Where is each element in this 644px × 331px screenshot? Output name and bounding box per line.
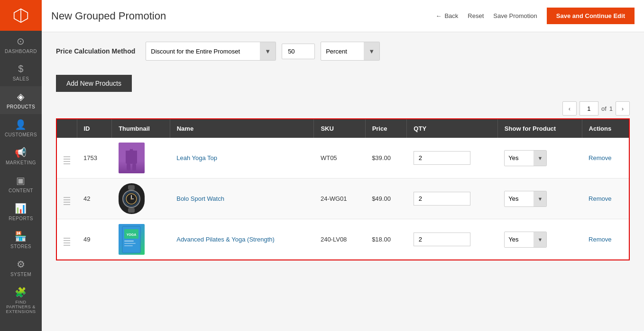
- sidebar-item-label: STORES: [10, 244, 31, 249]
- sidebar-item-stores[interactable]: 🏪 STORES: [0, 226, 42, 254]
- show-select-arrow[interactable]: ▼: [534, 191, 546, 206]
- drag-cell[interactable]: [57, 219, 77, 260]
- show-cell[interactable]: Yes No ▼: [497, 219, 582, 260]
- col-id: ID: [77, 119, 112, 138]
- method-select-wrapper[interactable]: Discount for the Entire PromosetFixed Pr…: [146, 42, 276, 61]
- show-select-wrapper[interactable]: Yes No ▼: [504, 191, 547, 207]
- products-icon: ◈: [17, 91, 25, 102]
- reset-button[interactable]: Reset: [468, 12, 484, 19]
- id-cell: 42: [77, 179, 112, 219]
- show-cell[interactable]: Yes No ▼: [497, 138, 582, 179]
- product-name-link[interactable]: Leah Yoga Top: [176, 154, 217, 161]
- show-select[interactable]: Yes No: [505, 233, 534, 246]
- sidebar-item-products[interactable]: ◈ PRODUCTS: [0, 86, 42, 114]
- name-cell[interactable]: Bolo Sport Watch: [170, 179, 314, 219]
- svg-rect-9: [128, 185, 135, 190]
- sidebar-item-label: SALES: [13, 76, 29, 81]
- svg-text:YOGA: YOGA: [127, 233, 137, 236]
- price-calc-label: Price Calculation Method: [56, 47, 135, 55]
- qty-cell[interactable]: [407, 179, 498, 219]
- col-price: Price: [365, 119, 407, 138]
- svg-rect-22: [124, 243, 136, 244]
- method-select-arrow[interactable]: ▼: [260, 42, 276, 60]
- unit-select[interactable]: PercentFixed Amount: [321, 44, 364, 59]
- svg-rect-5: [133, 148, 138, 151]
- thumbnail-cell: [112, 138, 170, 179]
- thumbnail-cell: [112, 179, 170, 219]
- actions-cell[interactable]: Remove: [582, 179, 629, 219]
- sidebar: ⊙ DASHBOARD $ SALES ◈ PRODUCTS 👤 CUSTOME…: [0, 0, 42, 331]
- sidebar-item-customers[interactable]: 👤 CUSTOMERS: [0, 114, 42, 142]
- stores-icon: 🏪: [15, 231, 27, 242]
- qty-input[interactable]: [414, 151, 470, 165]
- qty-cell[interactable]: [407, 138, 498, 179]
- show-select[interactable]: Yes No: [505, 152, 534, 164]
- dashboard-icon: ⊙: [17, 36, 25, 47]
- drag-handle[interactable]: [64, 156, 70, 164]
- svg-rect-8: [132, 164, 136, 170]
- reports-icon: 📊: [15, 203, 27, 214]
- page-title: New Grouped Promotion: [51, 10, 435, 22]
- save-continue-button[interactable]: Save and Continue Edit: [547, 8, 635, 24]
- sidebar-item-partners[interactable]: 🧩 FIND PARTNERS & EXTENSIONS: [0, 282, 42, 319]
- name-cell[interactable]: Leah Yoga Top: [170, 138, 314, 179]
- drag-cell[interactable]: [57, 138, 77, 179]
- sidebar-logo[interactable]: [0, 0, 42, 31]
- show-select-wrapper[interactable]: Yes No ▼: [504, 232, 547, 248]
- table-row: 1753 Leah Yoga Top WT05 $39.00 Yes: [57, 138, 629, 179]
- next-page-button[interactable]: ›: [616, 101, 630, 116]
- product-name-link[interactable]: Bolo Sport Watch: [176, 195, 224, 202]
- unit-select-arrow[interactable]: ▼: [364, 42, 379, 60]
- current-page-input[interactable]: [580, 101, 598, 116]
- drag-cell[interactable]: [57, 179, 77, 219]
- back-button[interactable]: ← Back: [435, 12, 458, 19]
- name-cell[interactable]: Advanced Pilates & Yoga (Strength): [170, 219, 314, 260]
- method-select[interactable]: Discount for the Entire PromosetFixed Pr…: [146, 44, 260, 59]
- sidebar-item-label: DASHBOARD: [5, 49, 37, 54]
- show-cell[interactable]: Yes No ▼: [497, 179, 582, 219]
- show-select-wrapper[interactable]: Yes No ▼: [504, 150, 547, 166]
- price-cell: $18.00: [365, 219, 407, 260]
- sidebar-item-label: REPORTS: [9, 216, 33, 221]
- unit-select-wrapper[interactable]: PercentFixed Amount ▼: [321, 42, 380, 61]
- content-area: Price Calculation Method Discount for th…: [42, 32, 644, 331]
- actions-cell[interactable]: Remove: [582, 138, 629, 179]
- show-select-arrow[interactable]: ▼: [534, 151, 546, 166]
- sidebar-item-dashboard[interactable]: ⊙ DASHBOARD: [0, 31, 42, 59]
- price-cell: $39.00: [365, 138, 407, 179]
- discount-value-input[interactable]: [282, 44, 315, 59]
- actions-cell[interactable]: Remove: [582, 219, 629, 260]
- remove-link[interactable]: Remove: [589, 236, 611, 243]
- qty-input[interactable]: [414, 192, 470, 206]
- sku-cell: 240-LV08: [314, 219, 365, 260]
- product-name-link[interactable]: Advanced Pilates & Yoga (Strength): [176, 236, 275, 243]
- drag-handle[interactable]: [64, 197, 70, 205]
- table-header-row: ID Thumbnail Name SKU Price QTY Show for…: [57, 119, 629, 138]
- sidebar-item-label: SYSTEM: [10, 272, 31, 277]
- sidebar-item-sales[interactable]: $ SALES: [0, 59, 42, 86]
- sidebar-item-reports[interactable]: 📊 REPORTS: [0, 198, 42, 226]
- sidebar-item-label: CONTENT: [9, 188, 33, 193]
- show-select-arrow[interactable]: ▼: [534, 232, 546, 247]
- sku-cell: 24-WG01: [314, 179, 365, 219]
- qty-input[interactable]: [414, 233, 470, 246]
- sidebar-item-label: FIND PARTNERS & EXTENSIONS: [2, 300, 39, 314]
- save-promotion-button[interactable]: Save Promotion: [493, 12, 537, 19]
- show-select[interactable]: Yes No: [505, 192, 534, 205]
- qty-cell[interactable]: [407, 219, 498, 260]
- sidebar-item-content[interactable]: ▣ CONTENT: [0, 170, 42, 198]
- col-name: Name: [170, 119, 314, 138]
- remove-link[interactable]: Remove: [589, 195, 611, 202]
- sidebar-item-label: CUSTOMERS: [5, 132, 37, 137]
- page-header: New Grouped Promotion ← Back Reset Save …: [42, 0, 644, 32]
- svg-rect-7: [127, 164, 130, 170]
- content-icon: ▣: [16, 175, 26, 186]
- remove-link[interactable]: Remove: [589, 154, 611, 161]
- id-cell: 1753: [77, 138, 112, 179]
- sidebar-item-marketing[interactable]: 📢 MARKETING: [0, 142, 42, 170]
- add-new-products-button[interactable]: Add New Products: [56, 75, 132, 92]
- prev-page-button[interactable]: ‹: [562, 101, 577, 116]
- system-icon: ⚙: [17, 259, 26, 270]
- sidebar-item-system[interactable]: ⚙ SYSTEM: [0, 254, 42, 282]
- drag-handle[interactable]: [64, 238, 70, 246]
